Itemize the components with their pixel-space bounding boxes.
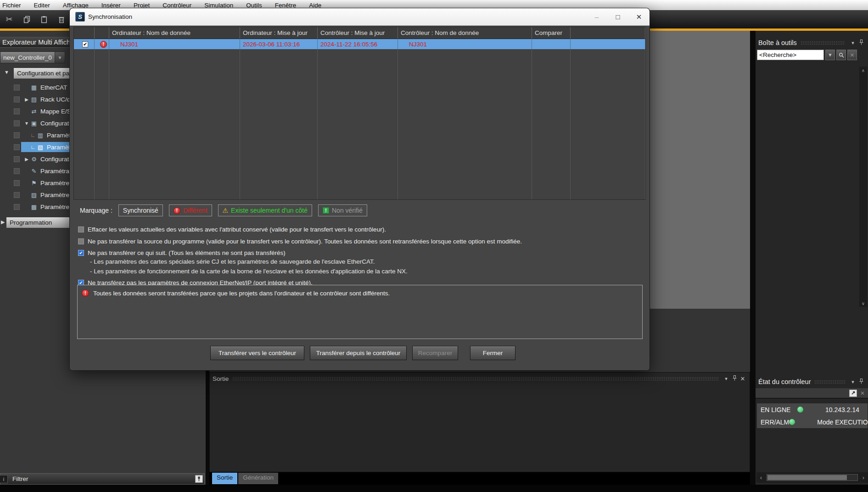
column-computer-name[interactable]: Ordinateur : Nom de donnée	[109, 27, 240, 39]
option-do-not-transfer-following[interactable]: ✔ Ne pas transférer ce qui suit. (Tous l…	[78, 249, 286, 256]
tree-collapsed-icon[interactable]: ▶	[23, 97, 30, 102]
pin-icon[interactable]	[730, 375, 739, 382]
column-computer-updated[interactable]: Ordinateur : Mise à jour	[240, 27, 318, 39]
scrollbar-track[interactable]	[767, 474, 858, 481]
copy-icon[interactable]	[21, 14, 32, 25]
toolbox-search-row: ▼ ✕	[757, 50, 857, 60]
unverified-icon: !	[323, 207, 329, 214]
close-icon[interactable]: ✕	[859, 390, 866, 396]
minimize-button[interactable]: –	[586, 10, 607, 24]
menu-controleur[interactable]: Contrôleur	[156, 2, 198, 9]
chevron-down-icon[interactable]: ▾	[849, 40, 857, 46]
tree-checkbox[interactable]	[14, 85, 20, 90]
legend-label: Marquage :	[80, 207, 112, 214]
dialog-title-bar[interactable]: S Synchronisation – □ ✕	[70, 8, 650, 26]
checkbox-unchecked[interactable]	[78, 238, 84, 244]
tab-sortie[interactable]: Sortie	[212, 473, 237, 484]
panel-divider-right[interactable]	[750, 31, 756, 485]
recompare-button[interactable]: Recomparer	[412, 346, 458, 360]
table-row-nj301[interactable]: ✔ ! NJ301 2026-03-06 11:03:16 2024-11-22…	[74, 39, 645, 49]
search-input[interactable]	[757, 50, 824, 60]
pin-icon[interactable]	[857, 40, 865, 46]
controller-status-header: État du contrôleur ▾	[756, 376, 868, 388]
column-empty	[571, 27, 645, 39]
tree-checkbox[interactable]	[14, 204, 20, 210]
status-row-online: EN LIGNE 10.243.2.14	[757, 403, 868, 416]
group-collapsed-icon[interactable]: ▶	[1, 219, 5, 225]
scrollbar-thumb[interactable]	[767, 475, 847, 480]
toolbox-scrollbar[interactable]: ∧ ∨	[859, 67, 867, 307]
option-no-program-source[interactable]: Ne pas transférer la source du programme…	[78, 238, 522, 245]
scroll-right-icon[interactable]: ›	[859, 474, 868, 481]
legend-one-side-button[interactable]: ⚠ Existe seulement d'un côté	[218, 204, 312, 216]
chevron-down-icon[interactable]: ▾	[722, 376, 730, 382]
tree-expanded-icon[interactable]: ▼	[23, 121, 30, 126]
trace-icon: ▩	[30, 204, 38, 210]
controller-dropdown[interactable]: new_Controller_0 ▼	[0, 51, 65, 63]
option-clear-retained[interactable]: Effacer les valeurs actuelles des variab…	[78, 226, 386, 233]
menu-fenetre[interactable]: Fenêtre	[269, 2, 303, 9]
column-compare[interactable]: Comparer	[532, 27, 571, 39]
pin-icon[interactable]	[857, 379, 865, 385]
online-status-dot	[797, 407, 803, 413]
tab-generation[interactable]: Génération	[238, 473, 278, 484]
tree-checkbox[interactable]	[14, 144, 20, 150]
menu-projet[interactable]: Projet	[127, 2, 156, 9]
menu-editer[interactable]: Editer	[28, 2, 56, 9]
transfer-from-controller-button[interactable]: Transférer depuis le contrôleur	[310, 346, 407, 360]
column-controller-name[interactable]: Contrôleur : Nom de donnée	[398, 27, 532, 39]
scroll-down-icon[interactable]: ∨	[859, 300, 867, 307]
scroll-up-icon[interactable]: ∧	[859, 67, 867, 74]
cut-icon[interactable]: ✂	[4, 14, 15, 25]
scroll-left-icon[interactable]: ‹	[756, 474, 766, 481]
cell-empty	[571, 39, 645, 49]
tree-checkbox[interactable]	[14, 96, 20, 102]
io-map-icon: ⇄	[30, 108, 38, 115]
tree-checkbox[interactable]	[14, 156, 20, 162]
filter-pin-button[interactable]	[195, 475, 203, 483]
tree-checkbox[interactable]	[14, 108, 20, 114]
tree-checkbox[interactable]	[14, 180, 20, 186]
close-button[interactable]: ✕	[628, 10, 650, 24]
column-controller-updated[interactable]: Contrôleur : Mise à jour	[318, 27, 398, 39]
status-horizontal-scrollbar[interactable]: ‹ ›	[756, 472, 868, 483]
legend-unverified-button[interactable]: ! Non vérifié	[318, 204, 367, 216]
menu-affichage[interactable]: Affichage	[56, 2, 95, 9]
tree-checkbox[interactable]	[14, 132, 20, 138]
tree-checkbox[interactable]	[14, 168, 20, 174]
option-sub-nx-unit: - Les paramètres de fonctionnement de la…	[90, 268, 408, 275]
legend-different-button[interactable]: ! Différent	[169, 204, 212, 216]
transfer-to-controller-button[interactable]: Transférer vers le contrôleur	[210, 346, 304, 360]
paste-icon[interactable]	[39, 14, 50, 25]
synchronisation-dialog: S Synchronisation – □ ✕ Ordinateur : Nom…	[70, 8, 650, 370]
chevron-down-icon[interactable]: ▾	[849, 379, 857, 385]
sync-message-text: Toutes les données seront transférées pa…	[93, 290, 390, 297]
menu-fichier[interactable]: Fichier	[0, 2, 28, 9]
menu-aide[interactable]: Aide	[302, 2, 328, 9]
group-expanded-icon[interactable]: ▼	[4, 69, 9, 75]
eip-settings-icon: ▧	[36, 144, 45, 151]
row-checkbox[interactable]: ✔	[82, 41, 88, 47]
chevron-down-icon[interactable]: ▼	[55, 52, 65, 63]
close-icon[interactable]: ✕	[739, 375, 747, 382]
delete-icon[interactable]	[56, 14, 67, 25]
tree-checkbox[interactable]	[14, 192, 20, 198]
menu-simulation[interactable]: Simulation	[198, 2, 240, 9]
filter-label[interactable]: Filtrer	[12, 475, 195, 482]
clear-search-icon[interactable]: ✕	[847, 50, 857, 60]
maximize-button[interactable]: □	[607, 10, 628, 24]
checkbox-unchecked[interactable]	[78, 226, 84, 232]
controller-dropdown-value: new_Controller_0	[0, 54, 55, 61]
search-icon[interactable]	[836, 50, 846, 60]
search-dropdown-button[interactable]: ▼	[825, 50, 835, 60]
checkbox-checked[interactable]: ✔	[78, 250, 84, 256]
controller-status-table: EN LIGNE 10.243.2.14 ERR/ALM Mode EXECUT…	[756, 403, 868, 429]
tree-collapsed-icon[interactable]: ▶	[23, 157, 30, 162]
menu-inserer[interactable]: Insérer	[95, 2, 127, 9]
legend-synchronized-button[interactable]: Synchronisé	[118, 204, 163, 216]
close-dialog-button[interactable]: Fermer	[470, 346, 515, 360]
popout-icon[interactable]: ↗	[849, 390, 857, 397]
menu-outils[interactable]: Outils	[240, 2, 269, 9]
tree-checkbox[interactable]	[14, 120, 20, 126]
operation-settings-icon: ▥	[36, 132, 45, 139]
